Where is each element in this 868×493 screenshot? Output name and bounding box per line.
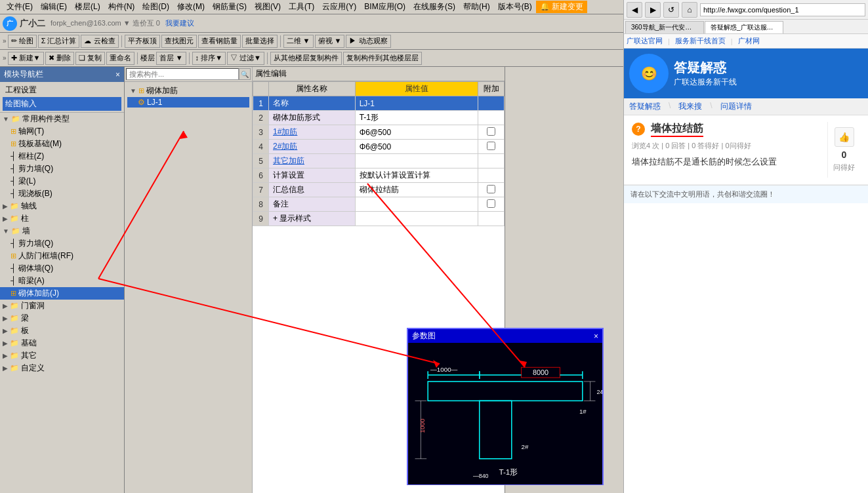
logo-text: 广小二 bbox=[20, 18, 45, 30]
menu-rebar[interactable]: 钢筋量(S) bbox=[209, 1, 251, 12]
prop-row-8[interactable]: 8 备注 bbox=[253, 197, 505, 212]
svg-text:—840: —840 bbox=[473, 473, 489, 479]
vote-label: 问得好 bbox=[833, 163, 855, 172]
btn-first-floor[interactable]: 首层 ▼ bbox=[156, 52, 186, 65]
logo-icon: 广 bbox=[3, 16, 17, 31]
search-button[interactable]: 🔍 bbox=[239, 68, 251, 80]
menu-bim[interactable]: BIM应用(O) bbox=[360, 1, 409, 12]
tree-item-masonry-wall[interactable]: ┤ 砌体墙(Q) bbox=[0, 262, 124, 275]
menu-view[interactable]: 视图(V) bbox=[251, 1, 285, 12]
vote-up-btn[interactable]: 👍 bbox=[835, 127, 854, 147]
back-button[interactable]: ◀ bbox=[627, 2, 642, 18]
menu-draw[interactable]: 绘图(D) bbox=[138, 1, 173, 12]
sidebar-item-project-settings[interactable]: 工程设置 bbox=[3, 83, 121, 97]
bookmark-materials[interactable]: 广材网 bbox=[738, 36, 760, 46]
nav-detail[interactable]: 问题详情 bbox=[720, 101, 752, 112]
nav-qna[interactable]: 答疑解惑 bbox=[629, 101, 661, 112]
tree-item-masonry-rebar[interactable]: ⊞ 砌体加筋(J) bbox=[0, 287, 124, 300]
param-close-btn[interactable]: × bbox=[594, 332, 598, 341]
question-main: ? 墙体拉结筋 浏览4 次 | 0 回答 | 0 答得好 | 0问得好 墙体拉结… bbox=[632, 122, 827, 178]
btn-2d[interactable]: 二维 ▼ bbox=[283, 35, 314, 48]
btn-batch[interactable]: 批量选择 bbox=[242, 35, 278, 48]
btn-top-view[interactable]: 俯视 ▼ bbox=[315, 35, 345, 48]
btn-copy[interactable]: ❏ 复制 bbox=[75, 52, 105, 65]
btn-align[interactable]: 平齐板顶 bbox=[125, 35, 160, 48]
tree-folder-col[interactable]: ▶ 📁 柱 bbox=[0, 212, 124, 225]
btn-copy-to[interactable]: 复制构件到其他楼层层 bbox=[343, 52, 422, 65]
tree-item-hidden-beam[interactable]: ┤ 暗梁(A) bbox=[0, 275, 124, 287]
svg-rect-0 bbox=[409, 343, 602, 484]
menu-version[interactable]: 版本号(B) bbox=[494, 1, 536, 12]
btn-find[interactable]: 查找图元 bbox=[161, 35, 197, 48]
prop-row-6[interactable]: 6 计算设置 按默认计算设置计算 bbox=[253, 168, 505, 183]
btn-drawing[interactable]: ✏ 绘图 bbox=[8, 35, 37, 48]
btn-cloud-check[interactable]: ☁ 云检查 bbox=[81, 35, 118, 48]
bookmark-official[interactable]: 广联达官网 bbox=[627, 36, 663, 46]
prop-row-9[interactable]: 9 + 显示样式 bbox=[253, 212, 505, 226]
tree-item-civil-defense[interactable]: ⊞ 人防门框墙(RF) bbox=[0, 250, 124, 262]
menu-file[interactable]: 文件(E) bbox=[3, 1, 37, 12]
tree-folder-wall[interactable]: ▼ 📁 墙 bbox=[0, 225, 124, 237]
btn-new[interactable]: ✚ 新建▼ bbox=[8, 52, 44, 65]
btn-dynamic[interactable]: ▶ 动态观察 bbox=[346, 35, 390, 48]
tree-folder-foundation[interactable]: ▶ 📁 基础 bbox=[0, 337, 124, 349]
btn-sum[interactable]: Σ 汇总计算 bbox=[38, 35, 80, 48]
menu-new-change[interactable]: 🔔 新建变更 bbox=[536, 1, 587, 13]
tree-item-axis[interactable]: ⊞ 轴网(T) bbox=[0, 125, 124, 138]
btn-filter[interactable]: ▽ 过滤▼ bbox=[227, 52, 264, 65]
sidebar-close-btn[interactable]: × bbox=[115, 70, 120, 79]
menu-help[interactable]: 帮助(H) bbox=[459, 1, 494, 12]
tree-folder-custom[interactable]: ▶ 📁 自定义 bbox=[0, 362, 124, 374]
prop-row-7[interactable]: 7 汇总信息 砌体拉结筋 bbox=[253, 183, 505, 197]
prop-row-3[interactable]: 3 1#加筋 Φ6@500 bbox=[253, 125, 505, 140]
prop-row-4[interactable]: 4 2#加筋 Φ6@500 bbox=[253, 140, 505, 154]
btn-delete[interactable]: ✖ 删除 bbox=[45, 52, 74, 65]
tree-item-shear-wall[interactable]: ┤ 剪力墙(Q) bbox=[0, 163, 124, 175]
url-input[interactable] bbox=[700, 3, 865, 16]
menu-modify[interactable]: 修改(M) bbox=[173, 1, 209, 12]
prop-row-1[interactable]: 1 名称 LJ-1 bbox=[253, 96, 505, 111]
tab-360[interactable]: 360导航_新一代安全上网... bbox=[625, 21, 704, 33]
tab-qna[interactable]: 答疑解惑_广联达服务新... bbox=[705, 21, 783, 33]
home-button[interactable]: ⌂ bbox=[682, 2, 697, 18]
tree-item-slab[interactable]: ┤ 现浇板(B) bbox=[0, 187, 124, 200]
comp-child-lj1[interactable]: ⚙ LJ-1 bbox=[127, 97, 249, 108]
comp-root-masonry-rebar[interactable]: ▼ ⊞ 砌体加筋 bbox=[127, 85, 249, 97]
menu-tools[interactable]: 工具(T) bbox=[285, 1, 318, 12]
col-name: 属性名称 bbox=[269, 82, 356, 96]
menu-floor[interactable]: 楼层(L) bbox=[71, 1, 104, 12]
forward-button[interactable]: ▶ bbox=[645, 2, 661, 18]
tree-item-beam[interactable]: ┤ 梁(L) bbox=[0, 175, 124, 187]
menu-component[interactable]: 构件(N) bbox=[104, 1, 139, 12]
tree-item-raft[interactable]: ⊞ 筏板基础(M) bbox=[0, 138, 124, 150]
tree-item-column[interactable]: ┤ 框柱(Z) bbox=[0, 150, 124, 163]
tree-folder-door[interactable]: ▶ 📁 门窗洞 bbox=[0, 300, 124, 312]
tree-item-shear-wall2[interactable]: ┤ 剪力墙(Q) bbox=[0, 237, 124, 250]
tree-folder-beam2[interactable]: ▶ 📁 梁 bbox=[0, 312, 124, 325]
svg-text:1000: 1000 bbox=[419, 418, 426, 433]
btn-rename[interactable]: 重命名 bbox=[106, 52, 134, 65]
menu-online[interactable]: 在线服务(S) bbox=[409, 1, 459, 12]
tree-folder-other[interactable]: ▶ 📁 其它 bbox=[0, 349, 124, 362]
menu-cloud[interactable]: 云应用(Y) bbox=[318, 1, 360, 12]
btn-view-rebar[interactable]: 查看钢筋量 bbox=[198, 35, 241, 48]
menu-edit[interactable]: 编辑(E) bbox=[37, 1, 71, 12]
suggest-btn[interactable]: 我要建议 bbox=[165, 18, 194, 28]
tree-folder-axis[interactable]: ▶ 📁 轴线 bbox=[0, 200, 124, 212]
vote-section: 👍 0 问得好 bbox=[827, 122, 860, 178]
search-input[interactable] bbox=[126, 68, 239, 80]
tree-folder-slab2[interactable]: ▶ 📁 板 bbox=[0, 325, 124, 337]
btn-sort[interactable]: ↕ 排序▼ bbox=[192, 52, 226, 65]
qna-subtitle: 广联达服务新干线 bbox=[674, 77, 737, 88]
refresh-button[interactable]: ↺ bbox=[663, 2, 679, 18]
prop-row-2[interactable]: 2 砌体加筋形式 T-1形 bbox=[253, 111, 505, 125]
sidebar-item-draw-input[interactable]: 绘图输入 bbox=[3, 97, 121, 111]
browser-toolbar: ◀ ▶ ↺ ⌂ bbox=[624, 0, 868, 20]
nav-search[interactable]: 我来搜 bbox=[678, 101, 702, 112]
btn-copy-from[interactable]: 从其他楼层复制构件 bbox=[270, 52, 342, 65]
component-tree: ▼ ⊞ 砌体加筋 ⚙ LJ-1 bbox=[125, 82, 252, 110]
bookmark-service[interactable]: 服务新干线首页 bbox=[675, 36, 726, 46]
prop-row-5[interactable]: 5 其它加筋 bbox=[253, 154, 505, 168]
tree-folder-common[interactable]: ▼ 📁 常用构件类型 bbox=[0, 113, 124, 125]
question-body: 墙体拉结筋不是通长筋的时候怎么设置 bbox=[632, 156, 827, 168]
